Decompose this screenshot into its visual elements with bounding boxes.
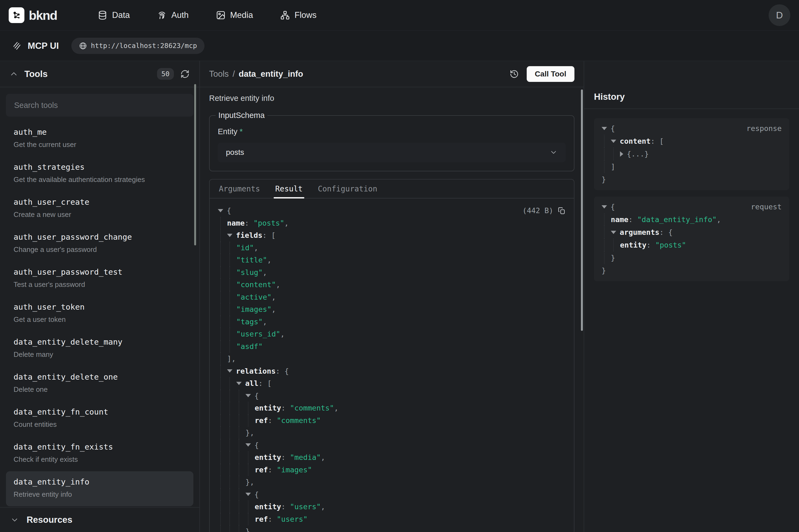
indent-guide-line	[229, 316, 230, 328]
expand-toggle-icon[interactable]	[620, 151, 623, 157]
indent-guide-line	[229, 500, 230, 513]
indent-guide-line	[220, 464, 221, 476]
indent-guide-line	[220, 451, 221, 464]
indent-guide-line	[604, 160, 605, 173]
json-key: ref	[255, 416, 268, 425]
tab-configuration[interactable]: Configuration	[313, 179, 382, 198]
entity-select[interactable]: posts	[218, 142, 566, 162]
tool-detail-body: Retrieve entity info InputSchema Entity*…	[200, 87, 584, 532]
collapse-toggle-icon[interactable]	[602, 205, 607, 209]
avatar[interactable]: D	[768, 4, 790, 26]
refresh-icon[interactable]	[180, 70, 190, 79]
indent-guide-line	[239, 488, 239, 501]
indent-guide-line	[220, 402, 221, 414]
collapse-toggle-icon[interactable]	[236, 382, 242, 385]
tool-name: auth_user_token	[14, 302, 186, 311]
indent-guide-line	[229, 328, 230, 340]
tab-result[interactable]: Result	[271, 179, 307, 198]
json-key: entity	[620, 241, 647, 249]
tool-description: Get the available authentication strateg…	[14, 175, 186, 184]
json-string-value: "posts"	[655, 241, 686, 249]
nav-item-auth[interactable]: Auth	[157, 10, 189, 20]
collapse-toggle-icon[interactable]	[611, 140, 616, 143]
history-icon[interactable]	[509, 69, 519, 79]
tool-description: Get the current user	[14, 140, 186, 149]
tool-description: Check if entity exists	[14, 455, 186, 464]
json-punctuation: }	[611, 253, 615, 262]
collapse-toggle-icon[interactable]	[218, 209, 223, 212]
search-input[interactable]	[6, 94, 193, 117]
mcp-bar: MCP UI http://localhost:28623/mcp	[0, 31, 799, 61]
collapse-toggle-icon[interactable]	[245, 443, 251, 446]
collapse-toggle-icon[interactable]	[227, 234, 232, 237]
chevron-down-icon[interactable]	[11, 516, 18, 524]
json-row: "id",	[210, 242, 574, 254]
json-punctuation: {	[227, 206, 231, 215]
tool-list-item-auth_strategies[interactable]: auth_strategiesGet the available authent…	[6, 156, 193, 191]
image-icon	[216, 10, 226, 20]
json-string-value: "users_id"	[236, 330, 281, 338]
collapse-toggle-icon[interactable]	[611, 231, 616, 234]
json-row: relations: {	[210, 365, 574, 377]
tools-section-header[interactable]: Tools 50	[0, 61, 199, 87]
collapse-toggle-icon[interactable]	[245, 493, 251, 496]
indent-guide-line	[220, 229, 221, 242]
brand[interactable]: bknd	[9, 7, 57, 23]
sidebar-scrollbar[interactable]	[194, 84, 196, 245]
breadcrumb-section[interactable]: Tools	[209, 69, 229, 79]
tool-list-item-data_entity_delete_many[interactable]: data_entity_delete_manyDelete many	[6, 331, 193, 366]
tool-list-item-auth_user_password_test[interactable]: auth_user_password_testTest a user's pas…	[6, 261, 193, 297]
main-nav: DataAuthMediaFlows	[98, 10, 317, 20]
json-string-value: "title"	[236, 256, 267, 264]
tool-detail-header: Tools / data_entity_info Call Tool	[200, 61, 584, 87]
breadcrumb-separator: /	[232, 69, 235, 79]
chevron-up-icon[interactable]	[10, 70, 18, 78]
nav-item-flows[interactable]: Flows	[280, 10, 317, 20]
copy-icon[interactable]	[558, 207, 566, 215]
collapse-toggle-icon[interactable]	[227, 369, 232, 373]
tool-list-item-data_entity_fn_exists[interactable]: data_entity_fn_existsCheck if entity exi…	[6, 436, 193, 471]
history-entry-request[interactable]: {requestname: "data_entity_info",argumen…	[594, 196, 789, 281]
tab-arguments[interactable]: Arguments	[214, 179, 264, 198]
history-panel: History {responsecontent: [{...}]} {requ…	[584, 61, 799, 532]
mcp-title: MCP UI	[28, 41, 59, 51]
indent-guide-line	[220, 439, 221, 452]
json-row: }	[594, 264, 789, 277]
call-tool-button[interactable]: Call Tool	[527, 66, 574, 82]
tool-list-item-auth_user_token[interactable]: auth_user_tokenGet a user token	[6, 297, 193, 331]
collapse-toggle-icon[interactable]	[602, 127, 607, 130]
history-title: History	[594, 92, 625, 102]
tool-list-item-auth_user_password_change[interactable]: auth_user_password_changeChange a user's…	[6, 226, 193, 261]
history-entry-response[interactable]: {responsecontent: [{...}]}	[594, 118, 789, 190]
top-nav: bknd DataAuthMediaFlows D	[0, 0, 799, 31]
tool-list-item-auth_me[interactable]: auth_meGet the current user	[6, 121, 193, 156]
tool-detail-panel: Tools / data_entity_info Call Tool Retri…	[200, 61, 584, 532]
nav-item-label: Auth	[171, 10, 189, 20]
nav-item-data[interactable]: Data	[98, 10, 130, 20]
json-punctuation: : [	[259, 379, 272, 387]
json-string-value: "asdf"	[236, 342, 263, 350]
indent-guide-line	[239, 402, 239, 414]
tool-description: Create a new user	[14, 210, 186, 219]
collapse-toggle-icon[interactable]	[245, 394, 251, 397]
tool-list-item-data_entity_info[interactable]: data_entity_infoRetrieve entity info	[6, 471, 193, 506]
tool-list-item-data_entity_delete_one[interactable]: data_entity_delete_oneDelete one	[6, 366, 193, 401]
mcp-url-pill[interactable]: http://localhost:28623/mcp	[71, 38, 205, 54]
result-scrollbar[interactable]	[581, 90, 583, 331]
tool-description: Delete one	[14, 385, 186, 394]
json-string-value: "content"	[236, 280, 276, 289]
tabs: ArgumentsResultConfiguration	[210, 179, 574, 198]
json-key: entity	[255, 404, 281, 412]
entity-field-label: Entity*	[218, 127, 566, 136]
tool-list-item-auth_user_create[interactable]: auth_user_createCreate a new user	[6, 191, 193, 226]
nav-item-label: Data	[112, 10, 130, 20]
tool-list-item-data_entity_fn_count[interactable]: data_entity_fn_countCount entities	[6, 401, 193, 436]
json-punctuation: ]	[611, 163, 615, 171]
json-row: "content",	[210, 279, 574, 291]
nav-item-media[interactable]: Media	[216, 10, 253, 20]
json-punctuation: },	[245, 478, 254, 486]
resources-section-header[interactable]: Resources	[0, 507, 199, 532]
json-key: ref	[255, 466, 268, 474]
json-key: relations	[236, 367, 275, 375]
json-punctuation: {	[610, 124, 615, 133]
